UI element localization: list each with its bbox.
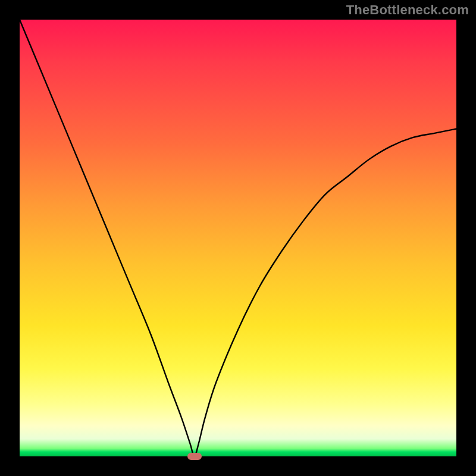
plot-area <box>20 20 456 456</box>
watermark-text: TheBottleneck.com <box>346 2 469 18</box>
bottleneck-curve <box>20 20 456 456</box>
chart-frame: TheBottleneck.com <box>0 0 476 476</box>
minimum-marker <box>187 453 202 460</box>
